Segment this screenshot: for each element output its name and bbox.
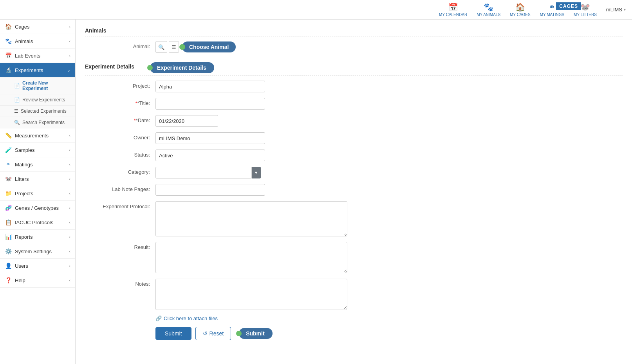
sidebar: mLIMS ≡ 🏠 Cages ‹ 🐾 Animals ‹ 📅 Lab Even… [0, 0, 76, 364]
sidebar-item-projects-label: Projects [15, 191, 33, 196]
chevron-icon: ‹ [69, 234, 70, 239]
attach-files-row: 🔗 Click here to attach files [85, 315, 623, 321]
sidebar-item-lab-events[interactable]: 📅 Lab Events ‹ [0, 49, 75, 63]
sidebar-item-samples[interactable]: 🧪 Samples ‹ [0, 143, 75, 157]
submit-tooltip: Submit [239, 328, 272, 339]
sidebar-item-iacuc-protocols-label: IACUC Protocols [15, 220, 53, 225]
list-icon: ☰ [14, 108, 18, 114]
topbar-my-cages[interactable]: 🏠 MY CAGES [510, 2, 531, 17]
category-dropdown-button[interactable]: ▾ [252, 167, 261, 178]
sidebar-item-system-settings[interactable]: ⚙️ System Settings ‹ [0, 244, 75, 259]
sidebar-item-experiments[interactable]: 🔬 Experiments ⌄ [0, 63, 75, 77]
sidebar-item-samples-label: Samples [15, 147, 35, 153]
chevron-icon: ‹ [69, 53, 70, 58]
cages-icon: 🏠 [515, 2, 525, 12]
notes-textarea[interactable] [155, 279, 347, 310]
owner-row: Owner: [85, 132, 623, 144]
litters-nav-icon: 🐭 [5, 175, 12, 182]
reset-label: Reset [209, 330, 224, 337]
animals-icon: 🐾 [484, 2, 493, 12]
topbar-user[interactable]: mLIMS ▾ [606, 7, 626, 13]
sidebar-item-animals[interactable]: 🐾 Animals ‹ [0, 34, 75, 49]
document-icon: 📄 [14, 97, 20, 103]
sidebar-item-measurements[interactable]: 📏 Measurements ‹ [0, 128, 75, 143]
main-content: Animals Animal: 🔍 ☰ Choose Animal Experi… [76, 20, 632, 364]
sidebar-item-reports[interactable]: 📊 Reports ‹ [0, 230, 75, 244]
category-select-wrapper: ▾ [155, 167, 261, 178]
topbar-my-calendar-label: MY CALENDAR [439, 13, 467, 17]
title-input[interactable] [155, 98, 265, 110]
status-row: Status: [85, 150, 623, 161]
experiment-protocol-label: Experiment Protocol: [85, 201, 155, 209]
sidebar-item-litters[interactable]: 🐭 Litters ‹ [0, 172, 75, 186]
sidebar-item-users-label: Users [15, 263, 28, 269]
experiments-icon: 🔬 [5, 67, 12, 74]
animal-filter-button[interactable]: ☰ [169, 41, 179, 53]
calendar-icon: 📅 [448, 2, 458, 12]
matings-icon: ⚭ [549, 2, 555, 12]
chevron-icon: ‹ [69, 205, 70, 210]
sidebar-sub-item-review-experiments[interactable]: 📄 Review Experiments [0, 94, 75, 106]
experiment-protocol-row: Experiment Protocol: [85, 201, 623, 236]
matings-nav-icon: ⚭ [5, 161, 12, 168]
lab-note-pages-input[interactable] [155, 184, 265, 196]
experiment-details-section: Experiment Details Experiment Details Pr… [85, 62, 623, 340]
animal-row: Animal: 🔍 ☰ Choose Animal [85, 41, 623, 53]
project-row: Project: [85, 81, 623, 92]
topbar-my-matings-label: MY MATINGS [540, 13, 564, 17]
animal-input-group: 🔍 ☰ Choose Animal [155, 41, 236, 53]
chevron-icon: ‹ [69, 177, 70, 181]
chevron-icon: ‹ [69, 191, 70, 196]
choose-animal-button[interactable]: Choose Animal [182, 41, 236, 52]
sidebar-item-matings[interactable]: ⚭ Matings ‹ [0, 157, 75, 172]
topbar-my-animals-label: MY ANIMALS [477, 13, 500, 17]
result-textarea[interactable] [155, 242, 347, 273]
sidebar-item-help-label: Help [15, 278, 25, 283]
samples-icon: 🧪 [5, 146, 12, 153]
sidebar-item-genes-genotypes[interactable]: 🧬 Genes / Genotypes ‹ [0, 201, 75, 215]
project-input[interactable] [155, 81, 265, 92]
topbar-my-animals[interactable]: 🐾 MY ANIMALS [477, 2, 500, 17]
help-icon: ❓ [5, 277, 12, 284]
date-input[interactable] [155, 115, 218, 127]
sidebar-sub-item-search-experiments[interactable]: 🔍 Search Experiments [0, 117, 75, 128]
sidebar-item-cages-label: Cages [15, 24, 30, 30]
chevron-icon: ‹ [69, 148, 70, 152]
sidebar-item-projects[interactable]: 📁 Projects ‹ [0, 186, 75, 201]
measurements-icon: 📏 [5, 132, 12, 139]
topbar-user-label: mLIMS [606, 7, 622, 13]
animal-search-button[interactable]: 🔍 [155, 41, 167, 53]
document-icon: 📄 [14, 83, 20, 88]
sidebar-item-litters-label: Litters [15, 176, 29, 182]
topbar-my-litters-label: MY LITTERS [574, 13, 597, 17]
sidebar-item-users[interactable]: 👤 Users ‹ [0, 259, 75, 273]
animal-icon: 🐾 [5, 38, 12, 45]
search-icon: 🔍 [14, 120, 20, 125]
cage-icon: 🏠 [5, 23, 12, 30]
status-input[interactable] [155, 150, 265, 161]
attach-files-link[interactable]: 🔗 Click here to attach files [155, 315, 218, 321]
reset-icon: ↺ [203, 330, 208, 337]
sidebar-sub-item-create-new-experiment-label: Create New Experiment [22, 80, 70, 91]
sidebar-item-matings-label: Matings [15, 162, 33, 168]
topbar-my-calendar[interactable]: 📅 MY CALENDAR [439, 2, 467, 17]
paperclip-icon: 🔗 [155, 315, 162, 321]
date-row: **Date: [85, 115, 623, 127]
sidebar-sub-item-selected-experiments[interactable]: ☰ Selected Experiments [0, 106, 75, 117]
experiment-protocol-textarea[interactable] [155, 201, 347, 236]
iacuc-icon: 📋 [5, 219, 12, 226]
animals-section: Animals Animal: 🔍 ☰ Choose Animal [85, 27, 623, 53]
sidebar-item-iacuc-protocols[interactable]: 📋 IACUC Protocols ‹ [0, 215, 75, 230]
owner-input[interactable] [155, 132, 265, 144]
sidebar-sub-item-search-experiments-label: Search Experiments [22, 120, 65, 125]
sidebar-item-reports-label: Reports [15, 234, 33, 240]
topbar: 📅 MY CALENDAR 🐾 MY ANIMALS 🏠 MY CAGES ⚭ … [0, 0, 632, 20]
reset-button[interactable]: ↺ Reset [195, 327, 231, 340]
sidebar-item-cages[interactable]: 🏠 Cages ‹ [0, 20, 75, 34]
notes-row: Notes: [85, 279, 623, 310]
title-row: **Title: [85, 98, 623, 110]
sidebar-item-help[interactable]: ❓ Help ‹ [0, 273, 75, 288]
category-input[interactable] [155, 167, 252, 178]
submit-button[interactable]: Submit [155, 327, 191, 340]
sidebar-sub-item-create-new-experiment[interactable]: 📄 Create New Experiment [0, 77, 75, 94]
